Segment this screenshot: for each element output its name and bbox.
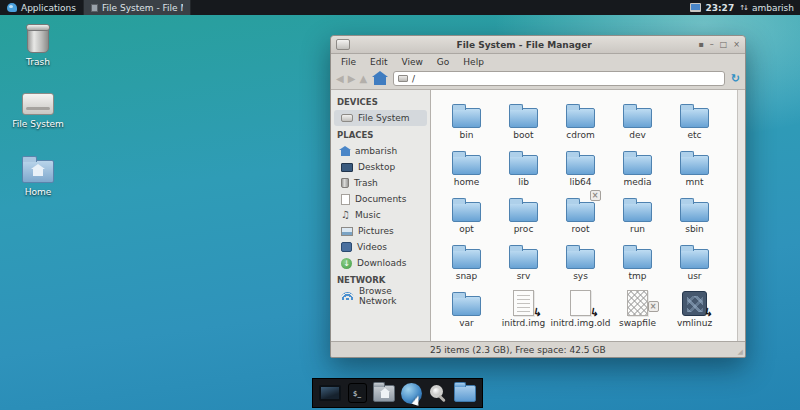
folder-icon <box>564 145 598 175</box>
titlebar[interactable]: File System - File Manager ▪ – □ × <box>331 36 745 54</box>
file-item-boot[interactable]: boot <box>495 93 552 140</box>
file-item-dev[interactable]: dev <box>609 93 666 140</box>
home-button[interactable] <box>374 77 386 85</box>
file-item-home[interactable]: home <box>438 140 495 187</box>
file-grid: binbootcdromdevetchomeliblib64mediamntop… <box>431 90 737 341</box>
folder-icon <box>507 239 541 269</box>
doc-checker-glyph <box>627 290 648 316</box>
file-item-etc[interactable]: etc <box>666 93 723 140</box>
menu-edit[interactable]: Edit <box>364 56 393 68</box>
desktop-icon-file-system[interactable]: File System <box>8 93 68 129</box>
top-panel: Applications File System - File Mana... … <box>0 0 800 15</box>
desktop-icon-trash[interactable]: Trash <box>8 26 68 67</box>
folder-icon <box>564 98 598 128</box>
file-item-root[interactable]: ×root <box>552 187 609 234</box>
folder-glyph <box>452 296 481 316</box>
maximize-button[interactable]: □ <box>720 40 728 50</box>
path-text: / <box>412 74 415 84</box>
folder-icon <box>450 145 484 175</box>
minimize-button[interactable]: – <box>710 40 714 50</box>
display-tray-icon[interactable] <box>690 3 701 12</box>
folder-glyph <box>509 155 538 175</box>
trash-icon <box>27 26 49 53</box>
monitor-icon <box>341 163 353 172</box>
file-item-swapfile[interactable]: ×swapfile <box>609 281 666 328</box>
file-manager-window: File System - File Manager ▪ – □ × FileE… <box>330 35 746 358</box>
dock-item-file-manager[interactable] <box>454 382 476 404</box>
dock-item-web-browser[interactable] <box>400 382 422 404</box>
taskbar-window-button[interactable]: File System - File Mana... <box>83 0 191 15</box>
menu-go[interactable]: Go <box>431 56 455 68</box>
user-name[interactable]: ambarish <box>752 3 794 13</box>
dock-item-application-finder[interactable] <box>427 382 449 404</box>
forward-button[interactable]: ▶ <box>348 73 356 84</box>
menu-help[interactable]: Help <box>457 56 490 68</box>
sidebar-item-file-system[interactable]: File System <box>334 110 427 126</box>
magnifier-icon <box>430 385 443 398</box>
sidebar-item-videos[interactable]: Videos <box>331 239 430 255</box>
applications-icon <box>7 3 17 12</box>
file-item-usr[interactable]: usr <box>666 234 723 281</box>
menu-view[interactable]: View <box>396 56 429 68</box>
file-pane: binbootcdromdevetchomeliblib64mediamntop… <box>431 90 745 341</box>
desktop-icon-home[interactable]: Home <box>8 155 68 197</box>
file-item-cdrom[interactable]: cdrom <box>552 93 609 140</box>
house-icon <box>341 150 350 156</box>
menu-file[interactable]: File <box>335 56 362 68</box>
desktop-icon-label: File System <box>12 119 63 129</box>
file-item-label: proc <box>514 224 534 234</box>
file-item-srv[interactable]: srv <box>495 234 552 281</box>
file-item-run[interactable]: run <box>609 187 666 234</box>
resize-grip[interactable]: ◢ <box>738 348 743 356</box>
vertical-scrollbar[interactable] <box>737 90 745 341</box>
sidebar-item-trash[interactable]: Trash <box>331 175 430 191</box>
file-item-media[interactable]: media <box>609 140 666 187</box>
file-item-label: srv <box>517 271 531 281</box>
down-icon: ↓ <box>341 258 352 269</box>
up-button[interactable]: ▲ <box>359 73 367 84</box>
sidebar-item-pictures[interactable]: Pictures <box>331 223 430 239</box>
close-button[interactable]: × <box>733 40 740 50</box>
back-button[interactable]: ◀ <box>336 73 344 84</box>
statusbar: 25 items (2.3 GB), Free space: 42.5 GB ◢ <box>331 341 745 357</box>
window-menu-button[interactable]: ▪ <box>698 40 703 50</box>
folder-icon <box>678 239 712 269</box>
dock-item-home-folder[interactable] <box>373 382 395 404</box>
file-item-vmlinuz[interactable]: ↳vmlinuz <box>666 281 723 328</box>
sidebar-item-label: Browse Network <box>359 286 430 306</box>
clock[interactable]: 23:27 <box>706 3 735 13</box>
sidebar-item-music[interactable]: ♫Music <box>331 207 430 223</box>
sidebar-item-label: Desktop <box>358 162 395 172</box>
file-icon: ↳ <box>507 286 541 316</box>
reload-button[interactable]: ↻ <box>731 72 740 85</box>
file-item-tmp[interactable]: tmp <box>609 234 666 281</box>
sidebar-item-documents[interactable]: Documents <box>331 191 430 207</box>
folder-icon <box>450 192 484 222</box>
dock-item-terminal[interactable]: $_ <box>346 382 368 404</box>
file-item-initrd-img[interactable]: ↳initrd.img <box>495 281 552 328</box>
folder-icon <box>621 239 655 269</box>
sidebar-item-browse-network[interactable]: Browse Network <box>331 288 430 304</box>
dock-item-show-desktop[interactable] <box>319 382 341 404</box>
file-item-proc[interactable]: proc <box>495 187 552 234</box>
sidebar-item-desktop[interactable]: Desktop <box>331 159 430 175</box>
sidebar-item-label: Music <box>355 210 381 220</box>
folder-glyph <box>623 249 652 269</box>
file-item-lib[interactable]: lib <box>495 140 552 187</box>
sidebar-item-downloads[interactable]: ↓Downloads <box>331 255 430 271</box>
file-item-bin[interactable]: bin <box>438 93 495 140</box>
applications-menu-button[interactable]: Applications <box>0 0 83 15</box>
file-item-lib64[interactable]: lib64 <box>552 140 609 187</box>
file-item-sbin[interactable]: sbin <box>666 187 723 234</box>
sidebar-item-ambarish[interactable]: ambarish <box>331 143 430 159</box>
trash-icon <box>341 178 349 188</box>
path-bar[interactable]: / <box>393 71 725 86</box>
file-item-label: sys <box>573 271 588 281</box>
file-item-sys[interactable]: sys <box>552 234 609 281</box>
file-item-snap[interactable]: snap <box>438 234 495 281</box>
network-traffic-icon[interactable]: ↑↓ <box>739 4 747 12</box>
file-item-mnt[interactable]: mnt <box>666 140 723 187</box>
file-item-initrd-img-old[interactable]: ↳initrd.img.old <box>552 281 609 328</box>
file-item-var[interactable]: var <box>438 281 495 328</box>
file-item-opt[interactable]: opt <box>438 187 495 234</box>
